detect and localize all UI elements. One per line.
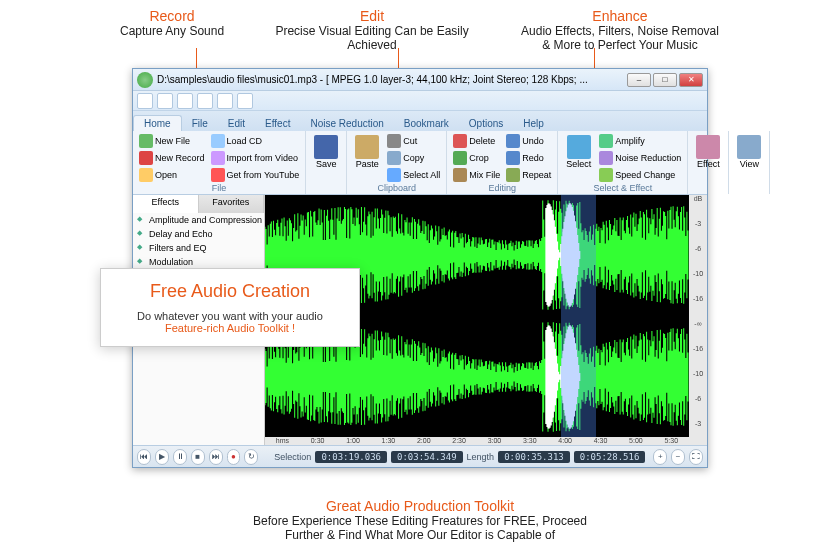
ribbon-tabs: Home File Edit Effect Noise Reduction Bo…	[133, 111, 707, 131]
promo-overlay: Free Audio Creation Do whatever you want…	[100, 268, 360, 347]
ribbon-group-editing: Delete Crop Mix File Undo Redo Repeat Ed…	[447, 131, 558, 194]
noise-reduction-button[interactable]: Noise Reduction	[597, 150, 683, 166]
ribbon-group-view: View	[729, 131, 770, 194]
zoom-out-button[interactable]: −	[671, 449, 685, 465]
transport-begin-button[interactable]: ⏮	[137, 449, 151, 465]
tab-effect[interactable]: Effect	[255, 116, 300, 131]
tab-bookmark[interactable]: Bookmark	[394, 116, 459, 131]
sidebar-tabs: Effects Favorites	[133, 195, 264, 213]
tab-edit[interactable]: Edit	[218, 116, 255, 131]
tab-noise-reduction[interactable]: Noise Reduction	[300, 116, 393, 131]
select-all-button[interactable]: Select All	[385, 167, 442, 183]
paste-button[interactable]: Paste	[351, 133, 383, 183]
tab-home[interactable]: Home	[133, 115, 182, 131]
youtube-button[interactable]: Get from YouTube	[209, 167, 302, 183]
tab-help[interactable]: Help	[513, 116, 554, 131]
annot-bottom: Great Audio Production Toolkit Before Ex…	[0, 498, 840, 542]
sidebar-tab-favorites[interactable]: Favorites	[199, 195, 265, 213]
view-icon	[737, 135, 761, 159]
quick-access-toolbar	[133, 91, 707, 111]
db-scale: dB-3-6-10-16-∞-16-10-6-3	[689, 195, 707, 445]
selection-label: Selection	[274, 452, 311, 462]
delete-button[interactable]: Delete	[451, 133, 502, 149]
save-button[interactable]: Save	[310, 133, 342, 183]
transport-play-button[interactable]: ▶	[155, 449, 169, 465]
tab-file[interactable]: File	[182, 116, 218, 131]
speed-change-button[interactable]: Speed Change	[597, 167, 683, 183]
selection-start: 0:03:19.036	[315, 451, 387, 463]
transport-loop-button[interactable]: ↻	[244, 449, 258, 465]
speed-icon	[599, 168, 613, 182]
length-label: Length	[467, 452, 495, 462]
undo-icon	[506, 134, 520, 148]
ribbon-group-clipboard: Paste Cut Copy Select All Clipboard	[347, 131, 447, 194]
load-cd-button[interactable]: Load CD	[209, 133, 302, 149]
length-a: 0:00:35.313	[498, 451, 570, 463]
time-ruler[interactable]: hms0:301:001:302:002:303:003:304:004:305…	[265, 437, 689, 445]
amplify-icon	[599, 134, 613, 148]
zoom-fit-button[interactable]: ⛶	[689, 449, 703, 465]
minimize-button[interactable]: –	[627, 73, 651, 87]
redo-icon	[506, 151, 520, 165]
sidebar-item[interactable]: Amplitude and Compression	[133, 213, 264, 227]
crop-button[interactable]: Crop	[451, 150, 502, 166]
view-button[interactable]: View	[733, 133, 765, 183]
repeat-button[interactable]: Repeat	[504, 167, 553, 183]
new-file-icon	[139, 134, 153, 148]
video-icon	[211, 151, 225, 165]
selection-end: 0:03:54.349	[391, 451, 463, 463]
mix-icon	[453, 168, 467, 182]
new-file-button[interactable]: New File	[137, 133, 207, 149]
qat-button[interactable]	[237, 93, 253, 109]
qat-button[interactable]	[137, 93, 153, 109]
redo-button[interactable]: Redo	[504, 150, 553, 166]
paste-icon	[355, 135, 379, 159]
maximize-button[interactable]: □	[653, 73, 677, 87]
amplify-button[interactable]: Amplify	[597, 133, 683, 149]
crop-icon	[453, 151, 467, 165]
titlebar[interactable]: D:\samples\audio files\music01.mp3 - [ M…	[133, 69, 707, 91]
promo-line1: Do whatever you want with your audio	[117, 310, 343, 322]
qat-button[interactable]	[177, 93, 193, 109]
sidebar-item[interactable]: Modulation	[133, 255, 264, 269]
statusbar: ⏮ ▶ ⏸ ■ ⏭ ● ↻ Selection 0:03:19.036 0:03…	[133, 445, 707, 467]
record-icon	[139, 151, 153, 165]
qat-button[interactable]	[157, 93, 173, 109]
transport-pause-button[interactable]: ⏸	[173, 449, 187, 465]
window-title: D:\samples\audio files\music01.mp3 - [ M…	[157, 74, 627, 85]
transport-end-button[interactable]: ⏭	[209, 449, 223, 465]
annot-record: Record Capture Any Sound	[120, 8, 224, 52]
copy-button[interactable]: Copy	[385, 150, 442, 166]
annot-edit: Edit Precise Visual Editing Can be Easil…	[272, 8, 472, 52]
import-video-button[interactable]: Import from Video	[209, 150, 302, 166]
cut-button[interactable]: Cut	[385, 133, 442, 149]
tab-options[interactable]: Options	[459, 116, 513, 131]
qat-button[interactable]	[217, 93, 233, 109]
open-icon	[139, 168, 153, 182]
undo-button[interactable]: Undo	[504, 133, 553, 149]
qat-button[interactable]	[197, 93, 213, 109]
cd-icon	[211, 134, 225, 148]
open-button[interactable]: Open	[137, 167, 207, 183]
repeat-icon	[506, 168, 520, 182]
select-button[interactable]: Select	[562, 133, 595, 183]
effect-icon	[696, 135, 720, 159]
delete-icon	[453, 134, 467, 148]
sidebar-item[interactable]: Filters and EQ	[133, 241, 264, 255]
annotation-row: Record Capture Any Sound Edit Precise Vi…	[120, 8, 720, 52]
mix-button[interactable]: Mix File	[451, 167, 502, 183]
cut-icon	[387, 134, 401, 148]
sidebar-tab-effects[interactable]: Effects	[133, 195, 199, 213]
select-icon	[567, 135, 591, 159]
effect-button[interactable]: Effect	[692, 133, 724, 183]
zoom-in-button[interactable]: +	[653, 449, 667, 465]
close-button[interactable]: ✕	[679, 73, 703, 87]
save-icon	[314, 135, 338, 159]
ribbon-group-save: Save	[306, 131, 347, 194]
sidebar-item[interactable]: Delay and Echo	[133, 227, 264, 241]
transport-record-button[interactable]: ●	[227, 449, 241, 465]
noise-icon	[599, 151, 613, 165]
ribbon-group-file: New File New Record Open Load CD Import …	[133, 131, 306, 194]
transport-stop-button[interactable]: ■	[191, 449, 205, 465]
new-record-button[interactable]: New Record	[137, 150, 207, 166]
